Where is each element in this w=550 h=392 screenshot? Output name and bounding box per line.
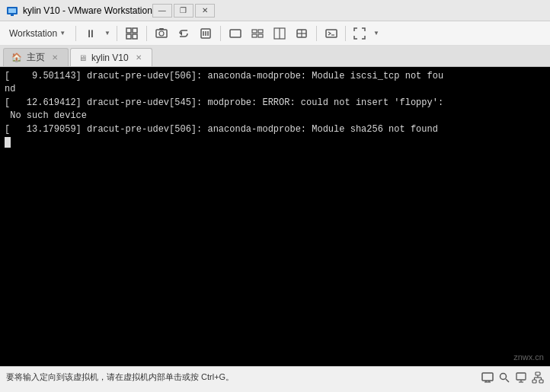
home-tab-label: 主页 — [27, 51, 45, 64]
vm-menu-button[interactable] — [121, 24, 142, 43]
svg-rect-18 — [252, 34, 257, 37]
svg-rect-19 — [258, 34, 263, 37]
power-controls: ⏸ ▼ — [80, 24, 113, 43]
status-display-icon[interactable] — [515, 371, 527, 384]
toolbar-separator-5 — [316, 26, 317, 41]
svg-rect-36 — [536, 372, 540, 375]
toolbar-separator-4 — [220, 26, 221, 41]
console-controls: ▼ — [321, 24, 382, 43]
svg-rect-3 — [126, 28, 131, 33]
svg-rect-4 — [133, 28, 137, 33]
pause-button[interactable]: ⏸ — [80, 24, 101, 43]
home-tab-icon: 🏠 — [11, 53, 22, 62]
workstation-menu[interactable]: Workstation ▼ — [3, 24, 72, 43]
svg-rect-38 — [539, 380, 543, 383]
svg-rect-27 — [482, 373, 493, 381]
status-icons — [481, 371, 544, 384]
svg-line-32 — [506, 379, 509, 382]
titlebar: kylin V10 - VMware Workstation — ❐ ✕ — [0, 0, 550, 21]
home-tab-close[interactable]: ✕ — [50, 53, 60, 63]
menubar: Workstation ▼ ⏸ ▼ — [0, 21, 550, 46]
watermark: znwx.cn — [513, 352, 544, 362]
svg-rect-5 — [126, 34, 131, 39]
workstation-dropdown-arrow: ▼ — [59, 30, 66, 37]
svg-rect-17 — [258, 30, 263, 33]
console-button[interactable] — [321, 24, 342, 43]
status-search-icon[interactable] — [498, 371, 510, 384]
terminal-cursor — [5, 137, 11, 148]
kylin-tab-label: kylin V10 — [91, 53, 129, 63]
tab-home[interactable]: 🏠 主页 ✕ — [3, 48, 69, 66]
view-button-1[interactable] — [225, 24, 246, 43]
fullscreen-button[interactable] — [349, 24, 370, 43]
view-controls — [225, 24, 312, 43]
window-controls: — ❐ ✕ — [152, 4, 215, 18]
kylin-tab-icon: 🖥 — [78, 53, 87, 62]
snapshot-controls — [151, 24, 216, 43]
status-network-icon[interactable] — [532, 371, 544, 384]
svg-rect-1 — [8, 8, 16, 13]
view-button-4[interactable] — [291, 24, 312, 43]
terminal-area[interactable]: [ 9.501143] dracut-pre-udev[506]: anacon… — [0, 67, 550, 366]
suspend-button[interactable] — [195, 24, 216, 43]
snapshot-button[interactable] — [151, 24, 172, 43]
svg-rect-6 — [133, 34, 137, 39]
workstation-menu-label: Workstation — [9, 28, 57, 39]
app-icon — [6, 5, 18, 17]
terminal-output: [ 9.501143] dracut-pre-udev[506]: anacon… — [5, 70, 545, 149]
revert-button[interactable] — [173, 24, 194, 43]
view-button-2[interactable] — [247, 24, 268, 43]
svg-rect-2 — [11, 14, 14, 16]
status-message: 要将输入定向到该虚拟机，请在虚拟机内部单击或按 Ctrl+G。 — [6, 371, 475, 383]
kylin-tab-close[interactable]: ✕ — [133, 53, 144, 63]
svg-rect-15 — [230, 30, 241, 37]
view-button-3[interactable] — [269, 24, 290, 43]
status-vm-icon[interactable] — [481, 371, 494, 384]
tab-kylin[interactable]: 🖥 kylin V10 ✕ — [70, 48, 152, 66]
tabbar: 🏠 主页 ✕ 🖥 kylin V10 ✕ — [0, 46, 550, 67]
statusbar: 要将输入定向到该虚拟机，请在虚拟机内部单击或按 Ctrl+G。 — [0, 366, 550, 387]
svg-point-31 — [500, 373, 507, 379]
minimize-button[interactable]: — — [152, 4, 172, 18]
restore-button[interactable]: ❐ — [174, 4, 193, 18]
toolbar-separator-1 — [75, 26, 76, 41]
toolbar-separator-6 — [345, 26, 346, 41]
close-button[interactable]: ✕ — [195, 4, 215, 18]
pause-dropdown[interactable]: ▼ — [102, 24, 113, 43]
svg-rect-33 — [516, 373, 526, 380]
svg-rect-9 — [159, 28, 164, 30]
fullscreen-dropdown[interactable]: ▼ — [371, 24, 382, 43]
toolbar-separator-2 — [117, 26, 117, 41]
window-title: kylin V10 - VMware Workstation — [23, 5, 152, 16]
svg-point-8 — [159, 31, 164, 36]
svg-rect-37 — [532, 380, 536, 383]
toolbar-separator-3 — [146, 26, 147, 41]
svg-rect-16 — [252, 30, 257, 33]
